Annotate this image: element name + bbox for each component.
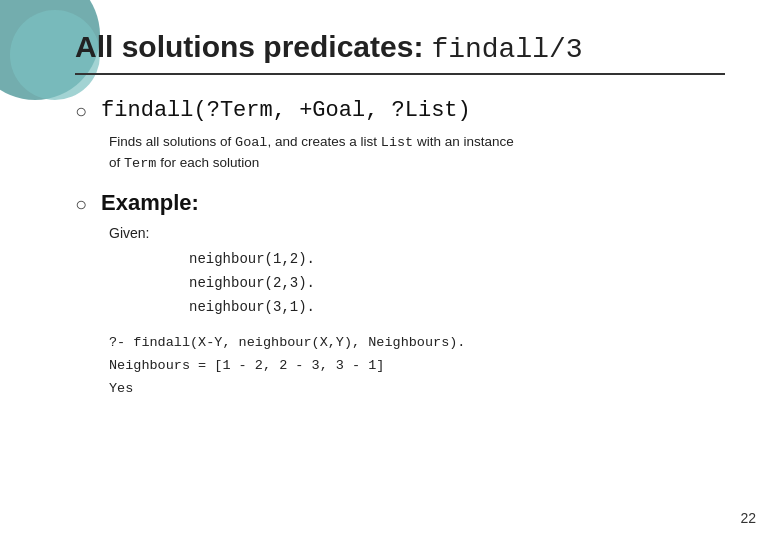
desc-line2-end: for each solution	[156, 155, 259, 170]
answer-line: Yes	[109, 378, 725, 401]
bullet-1-symbol: ○	[75, 99, 87, 123]
facts-block: neighbour(1,2). neighbour(2,3). neighbou…	[189, 248, 725, 319]
bullet-1-desc: Finds all solutions of Goal, and creates…	[109, 132, 725, 175]
result-line: Neighbours = [1 - 2, 2 - 3, 3 - 1]	[109, 355, 725, 378]
desc-line2-pre: of	[109, 155, 124, 170]
fact-1: neighbour(1,2).	[189, 248, 725, 272]
example-body: Given: neighbour(1,2). neighbour(2,3). n…	[109, 222, 725, 401]
desc-text-1: Finds all solutions of	[109, 134, 235, 149]
slide-content: All solutions predicates: findall/3 ○ fi…	[0, 0, 780, 540]
query-line: ?- findall(X-Y, neighbour(X,Y), Neighbou…	[109, 332, 725, 355]
title-text-mono: findall/3	[431, 34, 582, 65]
desc-end: with an instance	[413, 134, 514, 149]
slide-title: All solutions predicates: findall/3	[75, 30, 725, 65]
query-block: ?- findall(X-Y, neighbour(X,Y), Neighbou…	[109, 332, 725, 401]
example-heading: Example:	[101, 190, 199, 216]
desc-mid: , and creates a list	[267, 134, 380, 149]
desc-line2-code: Term	[124, 156, 156, 171]
bullet-2-row: ○ Example:	[75, 190, 725, 216]
desc-code1: Goal	[235, 135, 267, 150]
title-area: All solutions predicates: findall/3	[75, 30, 725, 75]
fact-2: neighbour(2,3).	[189, 272, 725, 296]
bullet-2-section: ○ Example: Given: neighbour(1,2). neighb…	[75, 190, 725, 401]
bullet-1-row: ○ findall(?Term, +Goal, ?List)	[75, 97, 725, 126]
title-text-regular: All solutions predicates:	[75, 30, 423, 64]
bullet-1-code: findall(?Term, +Goal, ?List)	[101, 97, 471, 126]
given-label: Given:	[109, 222, 725, 244]
desc-code2: List	[381, 135, 413, 150]
fact-3: neighbour(3,1).	[189, 296, 725, 320]
bullet-1-section: ○ findall(?Term, +Goal, ?List) Finds all…	[75, 97, 725, 174]
bullet-2-symbol: ○	[75, 192, 87, 216]
